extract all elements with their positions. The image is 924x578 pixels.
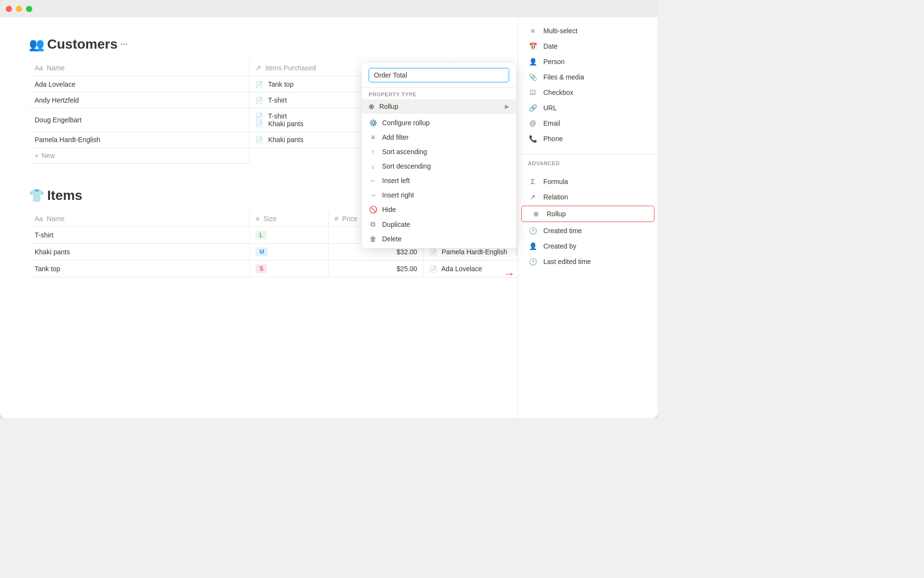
right-panel: ≡ Multi-select 📅 Date 👤 Person 📎 Files &…	[518, 17, 657, 418]
title-bar	[0, 0, 657, 17]
insert-left-item[interactable]: ← Insert left	[362, 173, 516, 188]
name-icon: Aa	[35, 64, 43, 72]
add-filter-item[interactable]: ≡ Add filter	[362, 130, 516, 144]
item-price-cell: $25.00	[329, 261, 424, 277]
close-button[interactable]	[6, 6, 12, 12]
relation-option[interactable]: ↗ Relation	[518, 189, 657, 205]
size-badge: L	[256, 231, 267, 239]
duplicate-item[interactable]: ⧉ Duplicate	[362, 217, 516, 232]
item-size-cell: M	[250, 244, 329, 261]
customers-more-icon[interactable]: ···	[120, 39, 128, 50]
url-icon: 🔗	[528, 104, 538, 112]
panel-advanced-section: Σ Formula ↗ Relation ⊕ Rollup 🕐 Created …	[518, 168, 657, 275]
customers-title: 👥 Customers ···	[29, 37, 128, 52]
price-icon: #	[334, 215, 338, 223]
last-edited-time-option[interactable]: 🕐 Last edited time	[518, 254, 657, 269]
multiselect-icon: ≡	[528, 27, 538, 35]
email-option[interactable]: @ Email	[518, 116, 657, 131]
relation-icon: ↗	[528, 193, 538, 201]
configure-rollup-item[interactable]: ⚙️ Configure rollup	[362, 116, 516, 130]
items-name-header[interactable]: Aa Name	[29, 211, 250, 227]
maximize-button[interactable]	[26, 6, 32, 12]
files-option[interactable]: 📎 Files & media	[518, 69, 657, 85]
minimize-button[interactable]	[16, 6, 22, 12]
rollup-search-icon: ⊕	[369, 103, 374, 110]
sort-ascending-item[interactable]: ↑ Sort ascending	[362, 144, 516, 159]
advanced-label: ADVANCED	[518, 157, 657, 168]
trash-icon: 🗑	[369, 235, 377, 243]
phone-icon: 📞	[528, 135, 538, 143]
panel-divider	[518, 154, 657, 155]
chevron-right-icon: ▶	[505, 103, 509, 110]
delete-item[interactable]: 🗑 Delete	[362, 232, 516, 246]
formula-icon: Σ	[528, 178, 538, 185]
sort-desc-icon: ↓	[369, 162, 377, 170]
email-icon: @	[528, 119, 538, 127]
doc-icon: 📄	[429, 265, 437, 273]
phone-option[interactable]: 📞 Phone	[518, 131, 657, 146]
item-name-cell: T-shirt	[29, 227, 250, 244]
property-name-input[interactable]	[369, 68, 509, 82]
insert-right-icon: →	[369, 191, 377, 199]
property-dropdown: PROPERTY TYPE ⊕ Rollup ▶ ⚙️ Configure ro…	[362, 63, 516, 248]
doc-icon: 📄	[256, 97, 263, 104]
sort-descending-item[interactable]: ↓ Sort descending	[362, 159, 516, 173]
doc-icon: 📄	[256, 81, 263, 88]
created-time-icon: 🕐	[528, 227, 538, 235]
last-edited-time-icon: 🕐	[528, 258, 538, 265]
size-badge: M	[256, 248, 268, 256]
files-icon: 📎	[528, 73, 538, 81]
rollup-option[interactable]: ⊕ Rollup	[521, 206, 654, 222]
filter-icon: ≡	[369, 133, 377, 141]
item-name-cell: Khaki pants	[29, 244, 250, 261]
context-menu: ⚙️ Configure rollup ≡ Add filter ↑ Sort …	[362, 114, 516, 248]
doc-icon: 📄	[256, 113, 263, 120]
customers-icon: 👥	[29, 37, 44, 52]
size-badge: S	[256, 264, 267, 273]
rollup-type-selector[interactable]: ⊕ Rollup ▶	[362, 99, 516, 114]
property-type-label: PROPERTY TYPE	[362, 88, 516, 99]
created-by-option[interactable]: 👤 Created by	[518, 238, 657, 254]
url-option[interactable]: 🔗 URL	[518, 100, 657, 116]
doc-icon: 📄	[256, 136, 263, 144]
customer-name-cell: Doug Engelbart	[29, 108, 250, 132]
duplicate-icon: ⧉	[369, 220, 377, 228]
plus-icon: +	[35, 152, 38, 159]
insert-left-icon: ←	[369, 177, 377, 184]
date-icon: 📅	[528, 42, 538, 50]
insert-right-item[interactable]: → Insert right	[362, 188, 516, 202]
gear-icon: ⚙️	[369, 119, 377, 127]
dropdown-input-area	[362, 63, 516, 88]
item-name-cell: Tank top	[29, 261, 250, 277]
arrow-indicator: →	[503, 267, 515, 280]
sort-asc-icon: ↑	[369, 148, 377, 156]
person-icon: 👤	[528, 58, 538, 66]
multiselect-option[interactable]: ≡ Multi-select	[518, 23, 657, 39]
content-area: 👥 Customers ··· Aa Name ↗	[0, 17, 657, 418]
hide-icon: 🚫	[369, 206, 377, 213]
size-icon: ≡	[256, 215, 259, 223]
created-by-icon: 👤	[528, 242, 538, 250]
customers-name-header[interactable]: Aa Name	[29, 60, 250, 77]
name-icon: Aa	[35, 215, 43, 223]
doc-icon: 📄	[256, 120, 263, 128]
customer-name-cell: Ada Lovelace	[29, 77, 250, 92]
items-icon: 👕	[29, 188, 44, 203]
person-option[interactable]: 👤 Person	[518, 54, 657, 69]
items-size-header[interactable]: ≡ Size	[250, 211, 329, 227]
formula-option[interactable]: Σ Formula	[518, 174, 657, 189]
item-size-cell: S	[250, 261, 329, 277]
main-window: 👥 Customers ··· Aa Name ↗	[0, 0, 657, 418]
created-time-option[interactable]: 🕐 Created time	[518, 223, 657, 238]
customer-name-cell: Pamela Hardt-English	[29, 132, 250, 148]
new-row-cell[interactable]: + New	[29, 148, 250, 164]
hide-item[interactable]: 🚫 Hide	[362, 202, 516, 217]
item-size-cell: L	[250, 227, 329, 244]
panel-basic-section: ≡ Multi-select 📅 Date 👤 Person 📎 Files &…	[518, 17, 657, 152]
checkbox-option[interactable]: ☑ Checkbox	[518, 85, 657, 100]
items-icon: ↗	[256, 64, 261, 72]
checkbox-icon: ☑	[528, 89, 538, 96]
doc-icon: 📄	[429, 249, 437, 256]
rollup-icon: ⊕	[531, 210, 541, 218]
date-option[interactable]: 📅 Date	[518, 39, 657, 54]
